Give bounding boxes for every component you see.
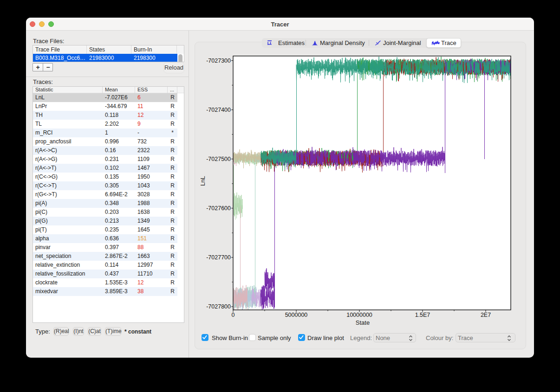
svg-text:10000000: 10000000 [346,312,372,318]
svg-text:5000000: 5000000 [285,312,308,318]
svg-text:LnL: LnL [199,176,206,186]
svg-text:2E7: 2E7 [481,312,491,318]
svg-text:-7027300: -7027300 [206,58,231,64]
svg-text:0: 0 [232,312,235,318]
svg-text:1.5E7: 1.5E7 [415,312,430,318]
svg-text:State: State [356,319,370,326]
svg-text:-7027500: -7027500 [206,156,231,162]
svg-text:-7027600: -7027600 [206,205,231,212]
svg-text:-7027800: -7027800 [206,303,231,310]
svg-text:-7027700: -7027700 [206,254,231,261]
svg-text:-7027400: -7027400 [206,107,231,113]
